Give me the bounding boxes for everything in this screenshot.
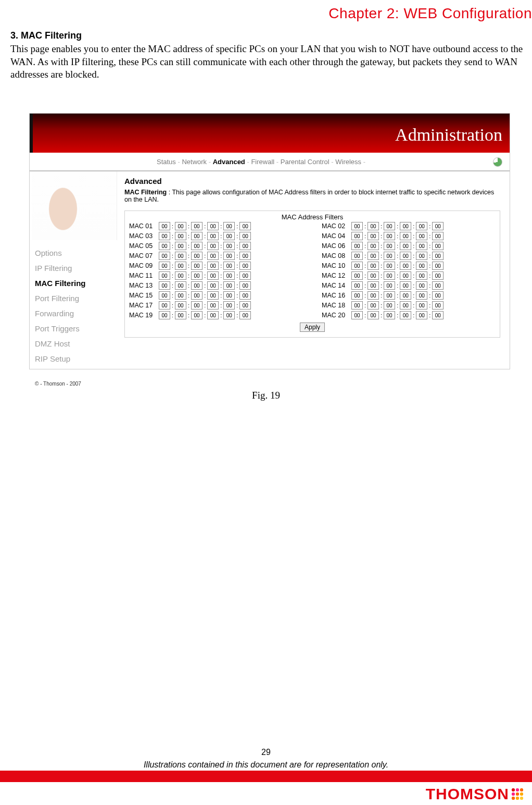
mac-octet-input[interactable]: 00: [175, 232, 186, 240]
mac-octet-input[interactable]: 00: [159, 252, 170, 260]
mac-octet-input[interactable]: 00: [223, 232, 235, 240]
mac-octet-input[interactable]: 00: [223, 252, 235, 260]
mac-octet-input[interactable]: 00: [416, 301, 427, 309]
mac-octet-input[interactable]: 00: [432, 281, 444, 290]
mac-octet-input[interactable]: 00: [351, 301, 363, 309]
mac-octet-input[interactable]: 00: [175, 262, 186, 270]
mac-octet-input[interactable]: 00: [191, 291, 202, 300]
mac-octet-input[interactable]: 00: [175, 222, 186, 230]
mac-octet-input[interactable]: 00: [207, 222, 219, 230]
mac-octet-input[interactable]: 00: [400, 291, 411, 300]
nav-item[interactable]: Network: [182, 158, 207, 166]
mac-octet-input[interactable]: 00: [416, 252, 427, 260]
mac-octet-input[interactable]: 00: [239, 301, 251, 309]
nav-item[interactable]: Wireless: [335, 158, 361, 166]
mac-octet-input[interactable]: 00: [223, 301, 235, 309]
nav-item[interactable]: Firewall: [251, 158, 274, 166]
mac-octet-input[interactable]: 00: [351, 252, 363, 260]
mac-octet-input[interactable]: 00: [432, 262, 444, 270]
mac-octet-input[interactable]: 00: [384, 311, 395, 319]
mac-octet-input[interactable]: 00: [159, 301, 170, 309]
sidebar-item[interactable]: Port Triggers: [35, 324, 114, 333]
mac-octet-input[interactable]: 00: [191, 271, 202, 280]
mac-octet-input[interactable]: 00: [384, 252, 395, 260]
mac-octet-input[interactable]: 00: [175, 252, 186, 260]
mac-octet-input[interactable]: 00: [175, 281, 186, 290]
mac-octet-input[interactable]: 00: [175, 311, 186, 319]
sidebar-item[interactable]: Port Filtering: [35, 294, 114, 303]
mac-octet-input[interactable]: 00: [191, 311, 202, 319]
mac-octet-input[interactable]: 00: [239, 281, 251, 290]
mac-octet-input[interactable]: 00: [416, 242, 427, 250]
sidebar-item[interactable]: IP Filtering: [35, 264, 114, 273]
mac-octet-input[interactable]: 00: [368, 232, 379, 240]
mac-octet-input[interactable]: 00: [416, 232, 427, 240]
mac-octet-input[interactable]: 00: [384, 301, 395, 309]
mac-octet-input[interactable]: 00: [432, 242, 444, 250]
mac-octet-input[interactable]: 00: [175, 242, 186, 250]
mac-octet-input[interactable]: 00: [400, 232, 411, 240]
mac-octet-input[interactable]: 00: [400, 271, 411, 280]
mac-octet-input[interactable]: 00: [239, 252, 251, 260]
mac-octet-input[interactable]: 00: [159, 222, 170, 230]
mac-octet-input[interactable]: 00: [400, 301, 411, 309]
mac-octet-input[interactable]: 00: [351, 222, 363, 230]
mac-octet-input[interactable]: 00: [416, 311, 427, 319]
mac-octet-input[interactable]: 00: [351, 242, 363, 250]
mac-octet-input[interactable]: 00: [207, 232, 219, 240]
mac-octet-input[interactable]: 00: [175, 271, 186, 280]
mac-octet-input[interactable]: 00: [384, 242, 395, 250]
mac-octet-input[interactable]: 00: [191, 242, 202, 250]
mac-octet-input[interactable]: 00: [368, 271, 379, 280]
mac-octet-input[interactable]: 00: [239, 291, 251, 300]
mac-octet-input[interactable]: 00: [368, 291, 379, 300]
refresh-icon[interactable]: [493, 157, 502, 167]
mac-octet-input[interactable]: 00: [223, 291, 235, 300]
mac-octet-input[interactable]: 00: [207, 252, 219, 260]
mac-octet-input[interactable]: 00: [207, 281, 219, 290]
mac-octet-input[interactable]: 00: [384, 262, 395, 270]
mac-octet-input[interactable]: 00: [239, 262, 251, 270]
mac-octet-input[interactable]: 00: [416, 281, 427, 290]
mac-octet-input[interactable]: 00: [207, 301, 219, 309]
sidebar-item[interactable]: DMZ Host: [35, 339, 114, 348]
mac-octet-input[interactable]: 00: [223, 271, 235, 280]
mac-octet-input[interactable]: 00: [159, 291, 170, 300]
mac-octet-input[interactable]: 00: [175, 301, 186, 309]
mac-octet-input[interactable]: 00: [207, 291, 219, 300]
mac-octet-input[interactable]: 00: [351, 281, 363, 290]
mac-octet-input[interactable]: 00: [384, 281, 395, 290]
mac-octet-input[interactable]: 00: [207, 271, 219, 280]
apply-button[interactable]: Apply: [300, 323, 325, 332]
mac-octet-input[interactable]: 00: [416, 271, 427, 280]
sidebar-item[interactable]: Options: [35, 249, 114, 257]
mac-octet-input[interactable]: 00: [351, 232, 363, 240]
mac-octet-input[interactable]: 00: [223, 281, 235, 290]
mac-octet-input[interactable]: 00: [239, 232, 251, 240]
mac-octet-input[interactable]: 00: [159, 271, 170, 280]
mac-octet-input[interactable]: 00: [432, 232, 444, 240]
mac-octet-input[interactable]: 00: [400, 222, 411, 230]
mac-octet-input[interactable]: 00: [400, 262, 411, 270]
mac-octet-input[interactable]: 00: [432, 311, 444, 319]
mac-octet-input[interactable]: 00: [191, 232, 202, 240]
mac-octet-input[interactable]: 00: [239, 271, 251, 280]
mac-octet-input[interactable]: 00: [223, 262, 235, 270]
mac-octet-input[interactable]: 00: [207, 242, 219, 250]
mac-octet-input[interactable]: 00: [384, 222, 395, 230]
mac-octet-input[interactable]: 00: [400, 252, 411, 260]
mac-octet-input[interactable]: 00: [384, 271, 395, 280]
mac-octet-input[interactable]: 00: [159, 242, 170, 250]
mac-octet-input[interactable]: 00: [239, 242, 251, 250]
mac-octet-input[interactable]: 00: [223, 242, 235, 250]
mac-octet-input[interactable]: 00: [191, 222, 202, 230]
mac-octet-input[interactable]: 00: [432, 271, 444, 280]
mac-octet-input[interactable]: 00: [432, 222, 444, 230]
mac-octet-input[interactable]: 00: [207, 262, 219, 270]
mac-octet-input[interactable]: 00: [159, 262, 170, 270]
mac-octet-input[interactable]: 00: [368, 301, 379, 309]
mac-octet-input[interactable]: 00: [351, 311, 363, 319]
mac-octet-input[interactable]: 00: [159, 311, 170, 319]
mac-octet-input[interactable]: 00: [207, 311, 219, 319]
mac-octet-input[interactable]: 00: [351, 271, 363, 280]
